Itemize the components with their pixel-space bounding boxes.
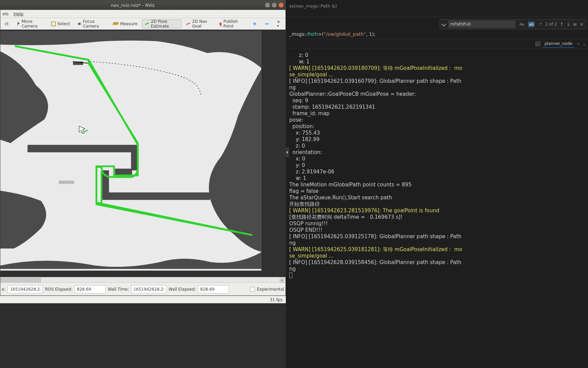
log-line: ng xyxy=(289,266,587,272)
map-viewport[interactable] xyxy=(0,30,285,277)
select-icon xyxy=(51,21,56,26)
find-match-case[interactable]: Aa xyxy=(518,21,525,27)
status-wall-time-label: Wall Time: xyxy=(108,287,129,292)
status-ros-elapsed-label: ROS Elapsed: xyxy=(45,287,72,292)
svg-rect-10 xyxy=(59,181,74,184)
fps-value: 31 fps xyxy=(270,297,282,302)
terminal-add-icon[interactable]: ＋ xyxy=(576,41,581,47)
terminal-dropdown-icon[interactable]: ⌄ xyxy=(583,42,586,46)
nav-goal-icon xyxy=(186,22,191,25)
window-titlebar[interactable]: nav_rviz.rviz* - RViz xyxy=(0,0,285,10)
eye-icon: 👁▾ xyxy=(277,20,281,28)
svg-rect-8 xyxy=(115,169,132,175)
log-line: flag = false xyxy=(289,188,587,195)
publish-point-icon xyxy=(219,22,222,25)
log-line: position: xyxy=(289,123,587,130)
tool-focus-camera[interactable]: Focus Camera xyxy=(75,19,109,28)
horizontal-scrollbar[interactable]: × xyxy=(0,277,285,282)
tool-views[interactable]: 👁▾ xyxy=(274,19,284,28)
log-line: y: 182.99 xyxy=(289,136,587,143)
terminal-output[interactable]: z: 0 w: 1[ WARN] [1651942620.039180709]:… xyxy=(286,49,588,368)
log-line: OSQP runnig!!! xyxy=(289,220,587,227)
rviz-window: nav_rviz.rviz* - RViz els Help ct Move C… xyxy=(0,0,286,296)
log-line: w: 1 xyxy=(289,59,587,65)
find-close-icon[interactable]: ✕ xyxy=(580,22,584,27)
find-input[interactable] xyxy=(448,20,516,28)
menu-els[interactable]: els xyxy=(2,11,9,16)
chevron-left-icon xyxy=(286,151,288,154)
log-line: [查找路径花费时间 deltaTime = 0.169673 s]! xyxy=(289,214,587,220)
svg-rect-7 xyxy=(101,193,210,200)
close-button[interactable] xyxy=(279,3,283,7)
status-e-value[interactable] xyxy=(7,285,43,293)
status-ros-elapsed-value[interactable] xyxy=(75,285,106,293)
log-line: [ INFO] [1651942625.039125178]: GlobalPl… xyxy=(289,233,587,240)
tool-bar: ct Move Camera Select Focus Camera Measu… xyxy=(0,18,285,30)
log-line: [ WARN] [1651942625.039181281]: 等待 mGoal… xyxy=(289,246,587,253)
log-line: se_simple/goal ... xyxy=(289,72,587,78)
panel-collapse-toggle[interactable] xyxy=(285,147,289,158)
log-line: stamp: 1651942621.262191341 xyxy=(289,104,587,110)
minimize-button[interactable] xyxy=(265,3,270,7)
log-line: [ WARN] [1651942620.039180709]: 等待 mGoal… xyxy=(289,65,587,72)
find-selection-icon[interactable]: ≡ xyxy=(573,21,577,27)
experimental-checkbox[interactable] xyxy=(250,287,255,292)
tool-move-camera[interactable]: Move Camera xyxy=(13,19,46,28)
menu-help[interactable]: Help xyxy=(13,11,28,16)
log-line: seq: 9 xyxy=(289,97,587,104)
log-line: GlobalPlanner::GoalPoseCB mGoalPose = he… xyxy=(289,91,587,97)
menu-bar: els Help xyxy=(0,10,285,18)
log-line: ng xyxy=(289,240,587,246)
tool-2d-nav-goal[interactable]: 2D Nav Goal xyxy=(183,19,215,28)
code-snippet[interactable]: _msgs::Path>("/ow/global_path", 1); xyxy=(286,29,588,39)
pose-estimate-icon xyxy=(145,22,149,25)
status-wall-elapsed-label: Wall Elapsed: xyxy=(168,287,196,292)
status-wall-time-value[interactable] xyxy=(131,285,166,293)
find-expand-icon[interactable] xyxy=(441,22,446,27)
log-line: 开始查找路径 xyxy=(289,201,587,208)
terminal-tabs: ▷ planner_node ＋ ⌄ xyxy=(286,39,588,49)
svg-rect-4 xyxy=(28,145,138,152)
find-regex[interactable]: .* xyxy=(537,21,542,27)
find-prev-icon[interactable]: ↑ xyxy=(560,21,564,27)
tool-publish-point[interactable]: Publish Point xyxy=(216,19,246,28)
tool-ct[interactable]: ct xyxy=(2,19,12,28)
editor-header: ss(nav_msgs::Path &) xyxy=(286,0,588,17)
log-line: w: 1 xyxy=(289,175,587,182)
log-line: The aStarQueue.Run(),Start search path xyxy=(289,195,587,201)
terminal-run-icon[interactable]: ▷ xyxy=(536,42,540,46)
log-line: z: 0 xyxy=(289,143,587,149)
log-line: y: 0 xyxy=(289,162,587,169)
experimental-label: Experimental xyxy=(257,287,284,292)
status-bar: e: ROS Elapsed: Wall Time: Wall Elapsed:… xyxy=(0,282,285,295)
log-line: frame_id: map xyxy=(289,110,587,117)
find-next-icon[interactable]: ↓ xyxy=(567,21,571,27)
tool-select[interactable]: Select xyxy=(48,19,73,28)
log-line: [ INFO] [1651942621.039160799]: GlobalPl… xyxy=(289,78,587,85)
find-whole-word[interactable]: ab xyxy=(528,21,535,27)
tool-add[interactable]: + xyxy=(249,19,260,28)
terminal-tab[interactable]: planner_node xyxy=(542,40,574,48)
log-line: orientation: xyxy=(289,149,587,156)
log-line: x: 755.43 xyxy=(289,130,587,136)
focus-camera-icon xyxy=(78,21,81,26)
editor-panel: ss(nav_msgs::Path &) Aa ab .* 2 of 2 ↑ ↓… xyxy=(286,0,588,368)
desktop: nav_rviz.rviz* - RViz els Help ct Move C… xyxy=(0,0,588,368)
tool-remove[interactable]: − xyxy=(261,19,273,28)
log-line: x: 0 xyxy=(289,156,587,162)
tool-2d-pose-estimate[interactable]: 2D Pose Estimate xyxy=(142,19,182,28)
window-title: nav_rviz.rviz* - RViz xyxy=(2,3,263,8)
log-line: pose: xyxy=(289,117,587,123)
tool-measure[interactable]: Measure xyxy=(110,19,141,28)
log-line: [ INFO] [1651942628.039158456]: GlobalPl… xyxy=(289,259,587,266)
breadcrumb[interactable]: ss(nav_msgs::Path &) xyxy=(286,0,588,10)
panel-close-icon[interactable]: × xyxy=(280,278,284,282)
log-line: se_simple/goal ... xyxy=(289,253,587,259)
maximize-button[interactable] xyxy=(272,3,277,7)
status-e-label: e: xyxy=(2,287,5,292)
status-wall-elapsed-value[interactable] xyxy=(198,285,229,293)
log-line: ng xyxy=(289,85,587,91)
plus-icon: + xyxy=(252,22,257,26)
minus-icon: − xyxy=(264,22,270,25)
scrollbar-thumb[interactable] xyxy=(0,278,41,282)
